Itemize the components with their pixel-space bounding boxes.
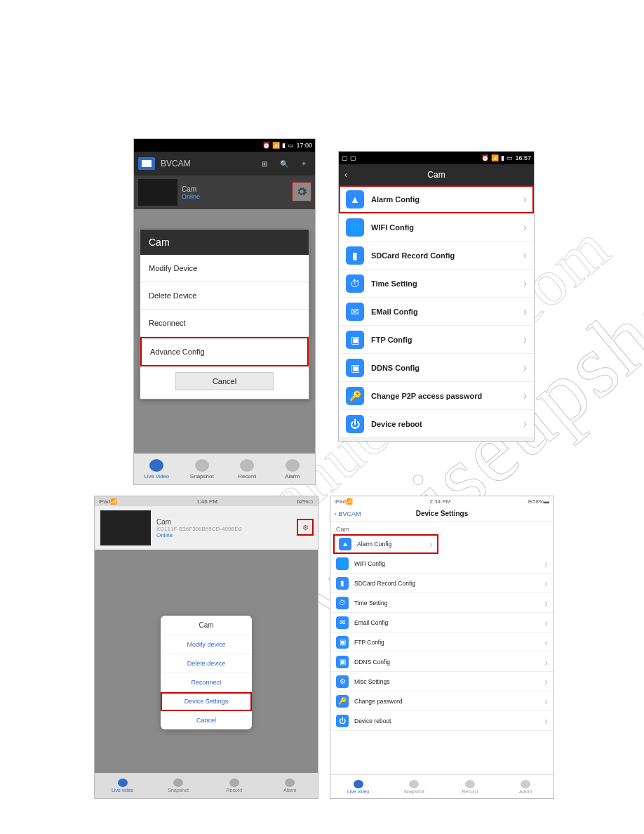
- sdcard-icon: ▮: [336, 577, 349, 590]
- row-alarm-config[interactable]: ▲Alarm Config›: [333, 534, 438, 554]
- sheet-item-device-settings[interactable]: Device Settings: [161, 692, 252, 711]
- camera-icon: [118, 779, 128, 787]
- alarm-icon: ⏰: [262, 142, 270, 149]
- row-misc[interactable]: ⚙Misc Settings›: [330, 672, 554, 691]
- tab-label: Live video: [112, 788, 134, 793]
- chevron-right-icon: ›: [544, 637, 548, 648]
- row-password[interactable]: 🔑Change P2P access password›: [339, 382, 534, 410]
- device-row[interactable]: Cam Online: [134, 176, 315, 209]
- header-bar: ‹ Cam: [339, 164, 534, 185]
- sheet-item-delete[interactable]: Delete device: [161, 654, 252, 673]
- tab-alarm[interactable]: Alarm: [262, 773, 318, 798]
- alert-icon: ▲: [346, 190, 364, 208]
- tab-label: Alarm: [283, 788, 296, 793]
- tab-label: Snapshot: [403, 789, 424, 794]
- device-id: KD111F-B36F306B55CD-409BD2: [156, 526, 242, 532]
- gear-icon[interactable]: ⚙: [297, 519, 314, 536]
- snapshot-icon: [195, 459, 209, 472]
- row-password[interactable]: 🔑Change password›: [330, 691, 554, 711]
- tab-bar: Live video Snapshot Record Alarm: [95, 773, 318, 798]
- status-bar: iPad 📶 2:34 PM ⊕ 58% ▬: [330, 496, 554, 506]
- menu-item-reconnect[interactable]: Reconnect: [140, 310, 309, 337]
- tab-alarm[interactable]: Alarm: [498, 775, 554, 798]
- grid-icon[interactable]: ⊞: [257, 157, 271, 171]
- tab-bar: Live video Snapshot Record Alarm: [330, 774, 554, 798]
- alarm-tab-icon: [521, 780, 530, 788]
- device-info: Cam KD111F-B36F306B55CD-409BD2 Online: [156, 518, 242, 538]
- row-reboot[interactable]: ⏻Device reboot›: [339, 410, 534, 438]
- tab-label: Record: [226, 788, 242, 793]
- back-icon[interactable]: ‹: [344, 170, 347, 180]
- row-sdcard[interactable]: ▮SDCard Record Config›: [330, 574, 554, 593]
- row-email[interactable]: ✉EMail Config›: [339, 298, 534, 326]
- row-wifi-config[interactable]: 🌐WiFi Config›: [330, 554, 554, 574]
- row-ftp[interactable]: ▣FTP Config›: [330, 633, 554, 652]
- device-status: Online: [182, 193, 200, 200]
- search-icon[interactable]: 🔍: [277, 157, 291, 171]
- row-ftp[interactable]: ▣FTP Config›: [339, 326, 534, 354]
- back-button[interactable]: ‹ BVCAM: [335, 510, 361, 517]
- device-thumbnail: [100, 510, 151, 545]
- row-sdcard[interactable]: ▮SDCard Record Config›: [339, 241, 534, 270]
- row-label: Time Setting: [354, 600, 539, 607]
- row-label: Misc Settings: [354, 678, 539, 685]
- wifi-icon: 📶: [110, 498, 117, 505]
- gear-icon[interactable]: [291, 181, 312, 202]
- tab-alarm[interactable]: Alarm: [270, 454, 316, 484]
- wifi-config-icon: 🌐: [346, 218, 364, 237]
- row-label: EMail Config: [371, 307, 516, 316]
- tab-live-video[interactable]: Live video: [95, 773, 151, 798]
- chevron-right-icon: ›: [544, 696, 548, 707]
- tab-record[interactable]: Record: [224, 454, 270, 484]
- menu-item-delete[interactable]: Delete Device: [140, 282, 309, 310]
- tab-snapshot[interactable]: Snapshot: [387, 775, 443, 798]
- row-ddns[interactable]: ▣DDNS Config›: [330, 652, 554, 672]
- tab-record[interactable]: Record: [442, 775, 498, 798]
- tab-live-video[interactable]: Live video: [330, 775, 387, 798]
- tab-snapshot[interactable]: Snapshot: [151, 773, 207, 798]
- sdcard-icon: ▮: [346, 246, 364, 265]
- nav-bar: ‹ BVCAM Device Settings: [330, 506, 554, 522]
- row-alarm-config[interactable]: ▲Alarm Config›: [339, 185, 534, 213]
- row-label: WIFI Config: [371, 223, 516, 232]
- sheet-item-modify[interactable]: Modify device: [161, 635, 252, 654]
- app-bar: BVCAM ⊞ 🔍 ＋: [134, 152, 315, 176]
- device-status: Online: [156, 532, 242, 538]
- row-reboot[interactable]: ⏻Device reboot›: [330, 711, 554, 731]
- menu-item-advance-config[interactable]: Advance Config: [140, 337, 309, 366]
- battery-icon: ▭: [288, 142, 294, 149]
- device-row[interactable]: Cam KD111F-B36F306B55CD-409BD2 Online ⚙: [95, 506, 318, 550]
- battery-icon: ▭: [507, 154, 513, 161]
- row-ddns[interactable]: ▣DDNS Config›: [339, 354, 534, 382]
- row-label: SDCard Record Config: [371, 251, 516, 260]
- sheet-title: Cam: [161, 616, 252, 635]
- device-info: Cam Online: [182, 185, 200, 200]
- row-label: DDNS Config: [354, 658, 539, 666]
- tab-label: Snapshot: [190, 473, 214, 479]
- tab-snapshot[interactable]: Snapshot: [180, 454, 225, 484]
- tab-live-video[interactable]: Live video: [134, 454, 180, 484]
- add-icon[interactable]: ＋: [297, 157, 311, 171]
- ddns-icon: ▣: [336, 656, 349, 668]
- menu-item-modify[interactable]: Modify Device: [140, 255, 309, 282]
- sheet-cancel[interactable]: Cancel: [161, 711, 252, 729]
- sheet-item-reconnect[interactable]: Reconnect: [161, 673, 252, 692]
- chevron-right-icon: ›: [544, 676, 548, 687]
- record-icon: [240, 459, 254, 472]
- row-wifi-config[interactable]: 🌐WIFI Config›: [339, 213, 534, 241]
- chevron-right-icon: ›: [523, 362, 527, 374]
- row-email[interactable]: ✉Email Config›: [330, 613, 554, 633]
- cancel-button[interactable]: Cancel: [175, 372, 274, 390]
- mail-icon: ✉: [336, 616, 349, 629]
- tab-record[interactable]: Record: [206, 773, 262, 798]
- gear-icon: ⚙: [336, 675, 349, 688]
- row-time[interactable]: ⏱Time Setting›: [330, 593, 554, 613]
- tab-label: Alarm: [285, 473, 300, 479]
- alarm-tab-icon: [285, 779, 295, 787]
- record-icon: [465, 780, 475, 788]
- row-label: DDNS Config: [371, 364, 516, 372]
- alarm-tab-icon: [286, 459, 300, 472]
- tab-label: Live video: [144, 473, 169, 479]
- row-label: Alarm Config: [357, 541, 424, 548]
- row-time[interactable]: ⏱Time Setting›: [339, 270, 534, 298]
